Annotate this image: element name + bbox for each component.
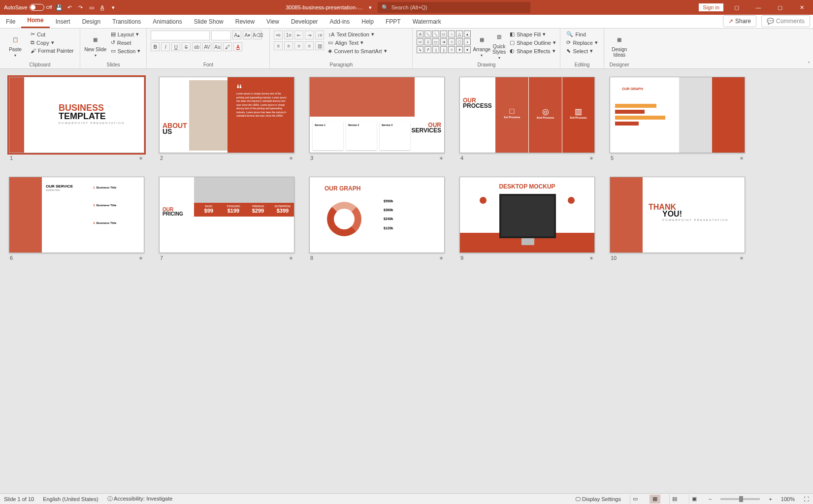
save-icon[interactable]: 💾 [55,3,63,11]
strikethrough-icon[interactable]: S̶ [182,42,191,51]
maximize-icon[interactable]: ▢ [772,0,788,15]
tab-developer[interactable]: Developer [285,15,324,28]
search-input[interactable] [391,4,526,10]
shape-hex-icon[interactable]: ⬡ [456,38,463,45]
shape-effects-button[interactable]: ◐Shape Effects▾ [508,47,558,55]
slide-canvas[interactable]: OUR PROCESS □1st Process ◎2nd Process ▥3… [459,77,595,153]
align-text-button[interactable]: ▭Align Text▾ [326,39,389,46]
slide-thumbnail[interactable]: OUR PROCESS □1st Process ◎2nd Process ▥3… [459,77,595,162]
decrease-indent-icon[interactable]: ⇤ [294,31,303,39]
zoom-level[interactable]: 100% [781,496,795,502]
tab-home[interactable]: Home [21,14,49,28]
char-spacing-icon[interactable]: AV [202,42,211,51]
copy-button[interactable]: ⧉Copy▾ [29,39,76,46]
comments-button[interactable]: 💬Comments [761,15,810,27]
shape-arrow-down-icon[interactable]: ⇩ [424,38,431,45]
font-family-input[interactable] [151,31,210,40]
format-painter-button[interactable]: 🖌Format Painter [29,47,76,54]
change-case-icon[interactable]: Aa [213,42,222,51]
shape-textbox-icon[interactable]: A [417,31,423,37]
slide-canvas[interactable]: OUR PRICING BASIC$99 STANDARD$199 PREMIU… [159,177,294,253]
shape-rect-icon[interactable]: ▭ [440,31,447,37]
animation-indicator-icon[interactable]: ✶ [589,255,594,262]
undo-icon[interactable]: ↶ [66,3,74,11]
slide-thumbnail[interactable]: BUSINESS TEMPLATE POWERPOINT PRESENTATIO… [9,77,144,162]
slide-sorter-view-icon[interactable]: ▦ [650,495,660,504]
tab-insert[interactable]: Insert [50,15,76,28]
italic-icon[interactable]: I [161,42,170,51]
tab-file[interactable]: File [0,15,21,28]
slide-thumbnail[interactable]: DESKTOP MOCKUP 9✶ [459,177,595,262]
normal-view-icon[interactable]: ▭ [630,495,641,504]
shape-line-icon[interactable]: ＼ [424,31,431,37]
slide-canvas[interactable]: OUR SERVICE Subtitle Here 1. Business Ti… [9,177,144,253]
increase-indent-icon[interactable]: ⇥ [305,31,314,39]
tab-design[interactable]: Design [76,15,106,28]
accessibility-status[interactable]: ⓘ Accessibility: Investigate [107,495,173,503]
highlight-icon[interactable]: 🖍 [223,42,232,51]
shape-arrow-icon[interactable]: ➔ [440,38,447,45]
search-box[interactable]: 🔍 [378,2,530,13]
tab-transitions[interactable]: Transitions [106,15,147,28]
underline-icon[interactable]: U [171,42,180,51]
language-status[interactable]: English (United States) [43,496,98,502]
shape-connector2-icon[interactable]: ↱ [424,46,431,53]
slide-thumbnail[interactable]: OUR GRAPH 5✶ [610,77,745,162]
zoom-out-icon[interactable]: − [709,496,712,502]
convert-smartart-button[interactable]: ◈Convert to SmartArt▾ [326,47,389,55]
shape-rect2-icon[interactable]: ▭ [432,38,439,45]
tab-slideshow[interactable]: Slide Show [188,15,229,28]
find-button[interactable]: 🔍Find [564,31,599,38]
zoom-in-icon[interactable]: + [769,496,772,502]
justify-icon[interactable]: ≡ [305,41,314,50]
slide-canvas[interactable]: OUR GRAPH $590k $360k $240k $120k [309,177,445,253]
paste-button[interactable]: 📋 Paste ▾ [4,31,27,60]
new-slide-button[interactable]: ▦ New Slide ▾ [84,31,107,60]
fit-to-window-icon[interactable]: ⛶ [804,496,809,502]
clear-formatting-icon[interactable]: A⌫ [253,31,262,39]
animation-indicator-icon[interactable]: ✶ [138,255,143,262]
share-button[interactable]: ↗Share [723,15,756,27]
slide-canvas[interactable]: OUR GRAPH [610,77,745,153]
tab-help[interactable]: Help [356,15,380,28]
sign-in-button[interactable]: Sign in [699,3,723,11]
toggle-switch-icon[interactable] [30,4,44,11]
bullets-icon[interactable]: •≡ [274,31,283,39]
font-color-icon[interactable]: A [98,3,106,11]
animation-indicator-icon[interactable]: ✶ [138,155,143,162]
reset-button[interactable]: ↺Reset [109,39,143,46]
bold-icon[interactable]: B [151,42,160,51]
slide-thumbnail[interactable]: OUR PRICING BASIC$99 STANDARD$199 PREMIU… [159,177,294,262]
shape-star-icon[interactable]: ☆ [448,38,455,45]
columns-icon[interactable]: ▥ [315,41,324,50]
slide-canvas[interactable]: OUR SERVICES Service 1 Service 2 Service… [309,77,445,153]
align-left-icon[interactable]: ≡ [274,41,283,50]
reading-view-icon[interactable]: ▤ [669,495,680,504]
shape-fill-button[interactable]: ◧Shape Fill▾ [508,31,558,38]
quick-styles-button[interactable]: ▧Quick Styles▾ [492,31,506,60]
slide-thumbnail[interactable]: OUR SERVICES Service 1 Service 2 Service… [309,77,445,162]
autosave-toggle[interactable]: AutoSave Off [4,4,52,11]
slide-canvas[interactable]: THANK YOU! POWERPOINT PRESENTATION [610,177,745,253]
animation-indicator-icon[interactable]: ✶ [289,255,293,262]
shape-callout-icon[interactable]: ✧ [448,46,455,53]
tab-fppt[interactable]: FPPT [380,15,407,28]
tab-review[interactable]: Review [229,15,260,28]
shapes-gallery[interactable]: A＼＼▭○△▴ ⇨⇩▭➔☆⬡▪ ↳↱{}✧✦▾ [417,31,471,53]
line-spacing-icon[interactable]: ↕≡ [315,31,324,39]
shape-brace-r-icon[interactable]: } [440,46,447,53]
tab-animations[interactable]: Animations [147,15,188,28]
shadow-icon[interactable]: ab [192,42,201,51]
filename-dropdown-icon[interactable]: ▾ [369,4,372,11]
shape-scroll-mid-icon[interactable]: ▪ [464,38,471,45]
slide-thumbnail[interactable]: OUR GRAPH $590k $360k $240k $120k 8✶ [309,177,445,262]
increase-font-icon[interactable]: A▴ [232,31,241,39]
tab-addins[interactable]: Add-ins [324,15,356,28]
slide-thumbnail[interactable]: THANK YOU! POWERPOINT PRESENTATION 10✶ [610,177,745,262]
replace-button[interactable]: ⟳Replace▾ [564,39,599,46]
slide-sorter[interactable]: BUSINESS TEMPLATE POWERPOINT PRESENTATIO… [0,69,813,493]
slide-thumbnail[interactable]: ABOUT US “ Lorem ipsum is simply dummy t… [159,77,294,162]
font-size-input[interactable] [211,31,231,40]
shape-connector-icon[interactable]: ↳ [417,46,423,53]
tab-view[interactable]: View [260,15,285,28]
